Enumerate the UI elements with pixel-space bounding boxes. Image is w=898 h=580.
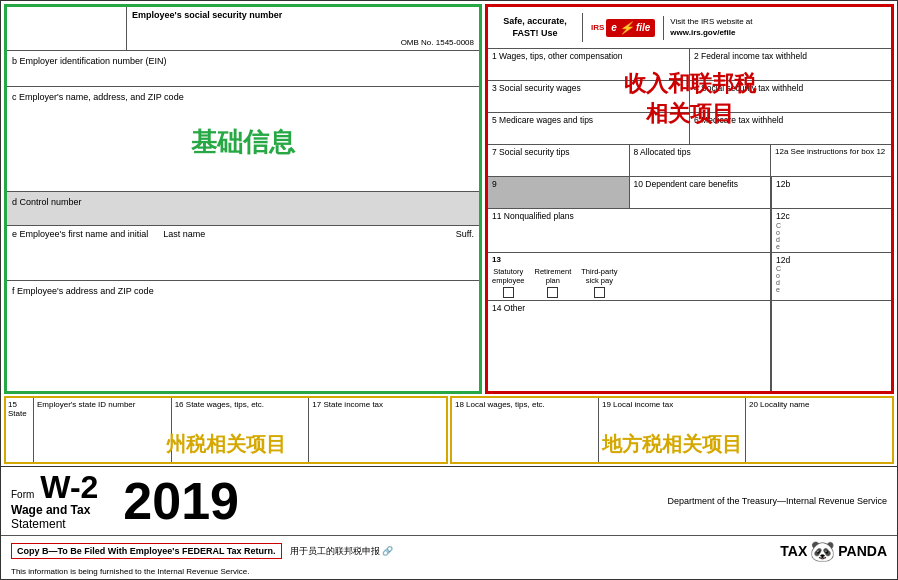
checkbox-retirement: Retirementplan — [535, 267, 572, 298]
thirdparty-label: Third-partysick pay — [581, 267, 617, 285]
copy-b-text: Copy B—To Be Filed With Employee's FEDER… — [17, 546, 276, 556]
field-f-label: f Employee's address and ZIP code — [12, 286, 154, 296]
thirdparty-checkbox — [594, 287, 605, 298]
safe-accurate-text: Safe, accurate, FAST! Use — [488, 13, 583, 42]
state-section: 15 State Employer's state ID number 16 S… — [1, 394, 897, 466]
row-d: d Control number — [7, 192, 479, 226]
form-text: Form — [11, 489, 34, 500]
box12b: 12b — [771, 177, 891, 208]
box20-label: 20 Locality name — [749, 400, 809, 409]
omb-number: OMB No. 1545-0008 — [132, 38, 474, 47]
box13-label: 13 — [492, 255, 766, 264]
row-9-10: 9 10 Dependent care benefits 12b — [488, 177, 891, 209]
row-e-header: e Employee's first name and initial Last… — [12, 229, 474, 239]
box12d-sub: Code — [776, 265, 887, 293]
box12d-label: 12d — [776, 255, 887, 265]
box19: 19 Local income tax — [599, 398, 746, 462]
box8: 8 Allocated tips — [630, 145, 772, 176]
row-3-4: 3 Social security wages 4 Social securit… — [488, 81, 891, 113]
panda-icon: 🐼 — [810, 539, 835, 563]
row-f: f Employee's address and ZIP code — [7, 281, 479, 391]
box3: 3 Social security wages — [488, 81, 690, 112]
checkbox-thirdparty: Third-partysick pay — [581, 267, 617, 298]
statutory-label: Statutoryemployee — [492, 267, 525, 285]
w2-label-area: Form W-2 Wage and Tax Statement — [11, 471, 98, 531]
checkbox-row: Statutoryemployee Retirementplan Third-p… — [492, 267, 766, 298]
row-11-left: 11 Nonqualified plans — [488, 209, 771, 252]
box11: 11 Nonqualified plans — [488, 209, 771, 252]
row-a-content: Employee's social security number OMB No… — [127, 7, 479, 50]
box2: 2 Federal income tax withheld — [690, 49, 891, 80]
box14-label: 14 Other — [492, 303, 525, 313]
box19-label: 19 Local income tax — [602, 400, 673, 409]
efile-box: e ⚡ file — [606, 19, 655, 37]
box12d: 12d Code — [771, 253, 891, 300]
box16-label: 16 State wages, tips, etc. — [175, 400, 264, 409]
box12a-label: 12a See instructions for box 12 — [775, 147, 885, 156]
w2-big-label: W-2 — [40, 471, 98, 503]
dept-label: Department of the Treasury—Internal Reve… — [239, 496, 887, 506]
bottom-bar: Form W-2 Wage and Tax Statement 2019 Dep… — [1, 466, 897, 535]
file-text: file — [636, 22, 650, 33]
row-11: 11 Nonqualified plans 12c Code — [488, 209, 891, 253]
e-text: e — [611, 22, 617, 33]
box6: 6 Medicare tax withheld — [690, 113, 891, 144]
right-panel: Safe, accurate, FAST! Use IRS e ⚡ file V… — [485, 4, 894, 394]
box10-label: 10 Dependent care benefits — [634, 179, 738, 189]
irs-info-row: This information is being furnished to t… — [1, 566, 897, 579]
row-c: c Employer's name, address, and ZIP code… — [7, 87, 479, 192]
tax-panda-logo: TAX 🐼 PANDA — [780, 539, 887, 563]
state-left-group: 15 State Employer's state ID number 16 S… — [4, 396, 448, 464]
row-e: e Employee's first name and initial Last… — [7, 226, 479, 281]
year-label: 2019 — [123, 475, 239, 527]
wage-tax-label: Wage and Tax — [11, 503, 98, 517]
irs-prefix: IRS — [591, 23, 604, 32]
row-14: 14 Other — [488, 301, 891, 391]
box4: 4 Social security tax withheld — [690, 81, 891, 112]
tax-text: TAX — [780, 543, 807, 559]
irs-info-text: This information is being furnished to t… — [11, 567, 249, 576]
row-5-6: 5 Medicare wages and tips 6 Medicare tax… — [488, 113, 891, 145]
box10: 10 Dependent care benefits — [630, 177, 772, 208]
efile-logo-area: IRS e ⚡ file — [583, 16, 664, 40]
link-icon: 🔗 — [382, 546, 393, 556]
box18-label: 18 Local wages, tips, etc. — [455, 400, 545, 409]
box1: 1 Wages, tips, other compensation — [488, 49, 690, 80]
box7-label: 7 Social security tips — [492, 147, 569, 157]
box3-label: 3 Social security wages — [492, 83, 581, 93]
box12b-label: 12b — [776, 179, 790, 189]
field-a-label: Employee's social security number — [132, 10, 474, 20]
row-a-blank — [7, 7, 127, 50]
field-e-label: e Employee's first name and initial — [12, 229, 148, 239]
box12a: 12a See instructions for box 12 — [771, 145, 891, 176]
retirement-label: Retirementplan — [535, 267, 572, 285]
box18: 18 Local wages, tips, etc. — [452, 398, 599, 462]
irs-header: Safe, accurate, FAST! Use IRS e ⚡ file V… — [488, 7, 891, 49]
copy-b-box: Copy B—To Be Filed With Employee's FEDER… — [11, 543, 282, 559]
row-7-8-left: 7 Social security tips 8 Allocated tips — [488, 145, 771, 176]
form-line: Form W-2 — [11, 471, 98, 503]
field-b-label: b Employer identification number (EIN) — [12, 56, 167, 66]
left-panel: Employee's social security number OMB No… — [4, 4, 482, 394]
website-label: Visit the IRS website at — [670, 17, 752, 27]
copy-b-row: Copy B—To Be Filed With Employee's FEDER… — [1, 535, 897, 566]
box14: 14 Other — [488, 301, 771, 391]
field-d-label: d Control number — [12, 197, 82, 207]
panda-text: PANDA — [838, 543, 887, 559]
box12c-label: 12c — [776, 211, 887, 221]
box16: 16 State wages, tips, etc. — [172, 398, 310, 462]
box12-extra — [771, 301, 891, 391]
website-url: www.irs.gov/efile — [670, 28, 752, 38]
box12c: 12c Code — [771, 209, 891, 252]
box15-label: 15 State — [8, 400, 27, 418]
website-area: Visit the IRS website at www.irs.gov/efi… — [664, 14, 758, 41]
row-13: 13 Statutoryemployee Retirementplan — [488, 253, 891, 301]
row-1-2: 1 Wages, tips, other compensation 2 Fede… — [488, 49, 891, 81]
box4-label: 4 Social security tax withheld — [694, 83, 803, 93]
income-fields: 收入和联邦税 相关项目 1 Wages, tips, other compens… — [488, 49, 891, 391]
retirement-checkbox — [547, 287, 558, 298]
box13-area: 13 Statutoryemployee Retirementplan — [488, 253, 771, 300]
lightning-icon: ⚡ — [619, 21, 634, 35]
box9: 9 — [488, 177, 630, 208]
box9-label: 9 — [492, 179, 497, 189]
